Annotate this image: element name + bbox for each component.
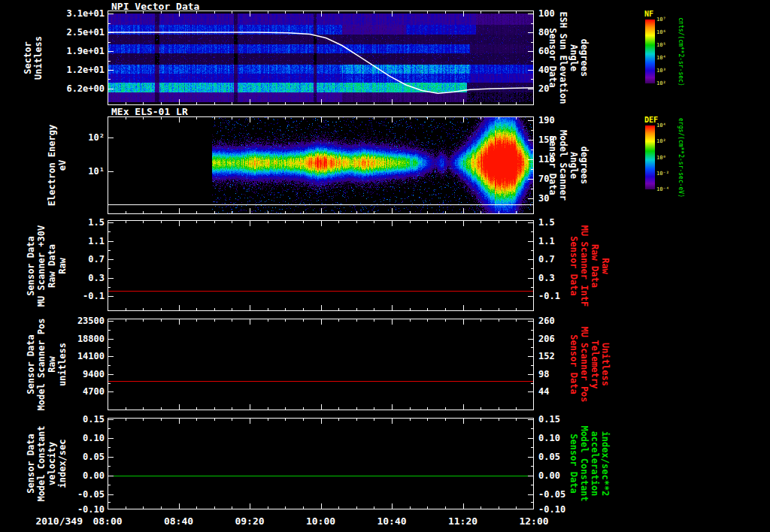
x-axis-tick-label: 08:00 <box>92 515 122 527</box>
axis-title-line: degrees <box>579 130 590 201</box>
mu30v-right-tick-label: 1.1 <box>538 236 555 246</box>
scanpos-right-axis-title: UnitlessTelemetryMU Scanner PosSensor Da… <box>568 326 611 402</box>
def-colorbar-tick-label: 10⁴ <box>656 122 666 128</box>
npi-left-tick-label: 6.2e+00 <box>66 83 105 94</box>
model-left-tick-label: 0.15 <box>83 414 105 425</box>
npi-left-tick-label: 1.9e+01 <box>66 46 105 56</box>
axis-title-line: Model Constant <box>36 425 47 501</box>
def-colorbar-unit-label: ergs/(cm**2-sr-sec-eV) <box>678 118 684 198</box>
axis-title-line: ESH Sun Elevation <box>558 12 568 104</box>
axis-title-line: Sensor Data <box>26 225 36 306</box>
x-axis-tick-label: 08:40 <box>164 515 193 527</box>
els-right-axis-title: degreesAngleModel ScannerSensor Data <box>547 130 590 201</box>
model-left-axis-title: Sensor DataModel Constantvelocityindex/s… <box>26 425 68 501</box>
scanpos-right-tick-label: 98 <box>538 369 549 379</box>
scanpos-plot-canvas <box>108 319 534 410</box>
axis-title-line: Sensor Data <box>547 130 558 201</box>
mu30v-left-tick-label: 1.5 <box>88 217 105 228</box>
x-axis-tick-label: 11:20 <box>448 515 477 527</box>
axis-title-line: Electron Energy <box>47 125 57 206</box>
nf-colorbar-unit-label: cnts/(cm**2-sr-sec) <box>678 17 684 86</box>
axis-title-line: Sector <box>23 36 33 80</box>
model-left-tick-label: 0.05 <box>83 452 105 462</box>
axis-title-line: velocity <box>47 425 57 501</box>
x-axis-tick-label: 10:00 <box>306 515 335 527</box>
axis-title-line: Telemetry <box>590 326 600 402</box>
def-colorbar-tick-label: 10⁻⁴ <box>656 186 669 192</box>
axis-title-line: Raw <box>57 225 68 306</box>
scanpos-left-tick-label: 18800 <box>77 334 105 344</box>
model-right-tick-label: 0.00 <box>538 470 560 481</box>
axis-title-line: eV <box>57 125 68 206</box>
npi-left-axis-title: SectorUnitless <box>23 36 44 80</box>
scanpos-left-tick-label: 23500 <box>77 316 105 326</box>
axis-title-line: Sensor Data <box>568 425 579 501</box>
axis-title-line: Raw Data <box>590 225 600 306</box>
axis-title-line: Sensor Data <box>26 425 36 501</box>
nf-colorbar-tick-label: 10³ <box>656 68 666 74</box>
axis-title-line: Model Constant <box>579 425 590 501</box>
els-left-tick-label: 10² <box>88 132 105 143</box>
mu30v-right-tick-label: -0.1 <box>538 291 560 301</box>
axis-title-line: acceleration <box>590 425 600 501</box>
mu30v-right-tick-label: 1.5 <box>538 217 555 228</box>
axis-title-line: MU Scanner IntF <box>579 225 590 306</box>
axis-title-line: degrees <box>579 12 590 104</box>
model-right-tick-label: 0.10 <box>538 433 560 443</box>
axis-title-line: index/sec <box>57 425 68 501</box>
def-colorbar-tick-label: 10⁻² <box>656 171 669 177</box>
nf-colorbar-title: NF <box>644 10 653 18</box>
model-right-tick-label: 0.05 <box>538 452 560 462</box>
axis-title-line: Sensor Data <box>547 12 558 104</box>
scanpos-right-tick-label: 44 <box>538 386 549 397</box>
axis-title-line: Angle <box>568 130 579 201</box>
mu30v-left-tick-label: 0.3 <box>88 273 105 283</box>
axis-title-line: index/sec**2 <box>600 425 611 501</box>
nf-colorbar-tick-label: 10⁷ <box>656 17 666 23</box>
mu30v-right-tick-label: 0.3 <box>538 273 555 283</box>
axis-title-line: Model Scanner <box>558 130 568 201</box>
axis-title-line: Model Scanner Pos <box>36 319 47 411</box>
mu30v-right-axis-title: RawRaw DataMU Scanner IntFSensor Data <box>568 225 611 306</box>
nf-colorbar-tick-label: 10⁶ <box>656 29 666 35</box>
nf-colorbar <box>645 20 655 83</box>
x-axis-tick-label: 12:00 <box>519 515 548 527</box>
plot-stage: NPI Vector Data MEx ELS-01 LR 2010/349 3… <box>0 0 770 532</box>
axis-title-line: Angle <box>568 12 579 104</box>
model-right-tick-label: -0.05 <box>538 489 565 500</box>
scanpos-left-tick-label: 4700 <box>83 386 105 397</box>
axis-title-line: MU Scanner +30V <box>36 225 47 306</box>
axis-title-line: Sensor Data <box>568 225 579 306</box>
scanpos-left-tick-label: 9400 <box>83 369 105 379</box>
nf-colorbar-tick-label: 10⁴ <box>656 55 666 61</box>
els-panel-title: MEx ELS-01 LR <box>111 106 188 117</box>
mu30v-left-tick-label: 1.1 <box>88 236 105 246</box>
els-left-tick-label: 10¹ <box>88 166 105 177</box>
x-axis-tick-label: 10:40 <box>377 515 406 527</box>
scanpos-right-tick-label: 260 <box>538 316 555 326</box>
axis-title-line: Unitless <box>33 36 44 80</box>
model-left-tick-label: -0.05 <box>77 489 105 500</box>
def-colorbar-tick-label: 10⁰ <box>656 155 666 161</box>
npi-left-tick-label: 3.1e+01 <box>66 8 105 19</box>
date-label: 2010/349 <box>35 515 83 527</box>
mu30v-left-tick-label: 0.7 <box>88 254 105 264</box>
axis-title-line: unitless <box>57 319 68 411</box>
els-plot-canvas <box>108 116 534 214</box>
els-left-axis-title: Electron EnergyeV <box>47 125 68 206</box>
npi-plot-canvas <box>108 11 534 105</box>
model-right-tick-label: -0.10 <box>538 504 565 515</box>
axis-title-line: Sensor Data <box>26 319 36 411</box>
nf-colorbar-tick-label: 10⁵ <box>656 42 666 48</box>
els-right-tick-label: 190 <box>538 115 555 125</box>
def-colorbar <box>645 125 655 189</box>
model-left-tick-label: 0.10 <box>83 433 105 443</box>
scanpos-right-tick-label: 206 <box>538 334 555 344</box>
mu30v-left-tick-label: -0.1 <box>83 291 105 301</box>
model-left-tick-label: 0.00 <box>83 470 105 481</box>
axis-title-line: Unitless <box>600 326 611 402</box>
def-colorbar-tick-label: 10² <box>656 138 666 144</box>
nf-colorbar-tick-label: 10² <box>656 80 666 86</box>
axis-title-line: Sensor Data <box>568 326 579 402</box>
npi-left-tick-label: 1.2e+01 <box>66 65 105 75</box>
